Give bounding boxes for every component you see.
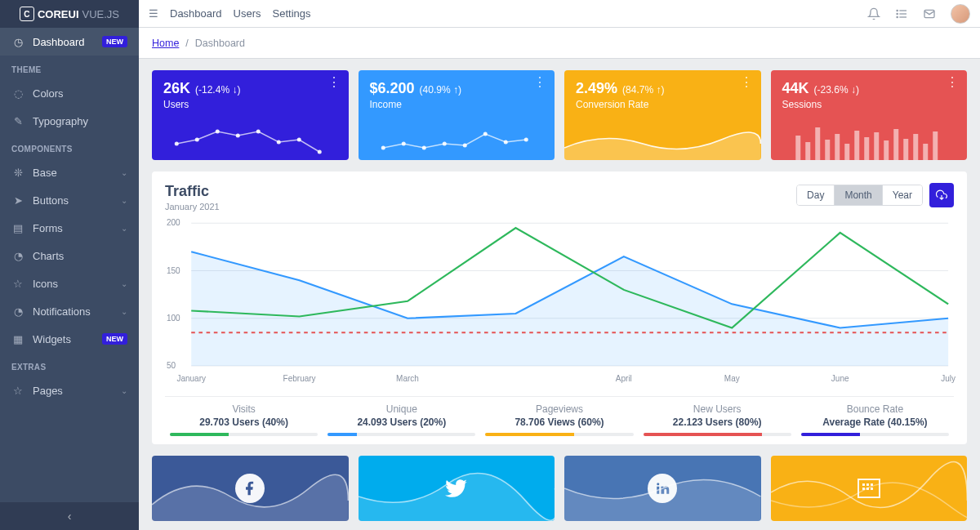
svg-rect-23 [795, 136, 800, 160]
social-card-twitter[interactable] [359, 456, 555, 521]
svg-rect-26 [825, 140, 830, 160]
card-value: $6.200 [370, 80, 415, 97]
card-sessions: ⋮ 44K(-23.6% ↓) Sessions [771, 70, 968, 160]
header-link-settings[interactable]: Settings [273, 7, 311, 20]
svg-point-19 [462, 144, 466, 148]
panel-subtitle: January 2021 [165, 202, 220, 212]
card-delta: (-12.4% ↓) [195, 84, 240, 96]
wave-bg [564, 456, 761, 521]
social-card-facebook[interactable] [152, 456, 349, 521]
svg-rect-24 [805, 142, 810, 160]
stat-cards: ⋮ 26K(-12.4% ↓) Users ⋮ $6.200(40.9% ↑) … [152, 70, 967, 160]
sidebar-item-dashboard[interactable]: ◷Dashboard NEW [0, 28, 139, 56]
sparkline [359, 119, 555, 160]
svg-point-17 [421, 146, 425, 150]
chart-icon: ◔ [11, 249, 24, 262]
svg-point-8 [195, 138, 199, 142]
card-menu-icon[interactable]: ⋮ [946, 78, 959, 87]
header-link-users[interactable]: Users [234, 7, 261, 20]
fstat-title: Visits [170, 403, 318, 415]
chevron-down-icon: ⌄ [121, 168, 127, 177]
fstat-title: Bounce Rate [801, 403, 949, 415]
sidebar-item-widgets[interactable]: ▦WidgetsNEW [0, 325, 139, 353]
sidebar-item-label: Notifications [33, 305, 91, 318]
card-menu-icon[interactable]: ⋮ [740, 78, 753, 87]
svg-rect-25 [815, 127, 820, 160]
sidebar-nav: ◷Dashboard NEW THEME ◌Colors ✎Typography… [0, 28, 139, 502]
sidebar-item-label: Base [33, 167, 57, 179]
sidebar-item-label: Buttons [33, 194, 69, 207]
progress-bar [644, 433, 762, 436]
fstat-value: 22.123 Users (80%) [644, 416, 791, 428]
list-icon[interactable] [895, 7, 908, 20]
panel-head: Traffic January 2021 Day Month Year [165, 183, 954, 212]
nav-title-extras: EXTRAS [0, 353, 139, 376]
svg-point-5 [897, 16, 898, 17]
header: ☰ Dashboard Users Settings [139, 0, 980, 28]
header-links: Dashboard Users Settings [170, 7, 311, 20]
download-button[interactable] [929, 183, 954, 207]
progress-bar [170, 433, 229, 436]
social-card-events[interactable] [771, 456, 968, 521]
note-icon: ▤ [11, 221, 24, 234]
chevron-down-icon: ⌄ [121, 196, 127, 205]
header-link-dashboard[interactable]: Dashboard [170, 7, 222, 20]
sidebar-item-notifications[interactable]: ◔Notifications⌄ [0, 297, 139, 325]
sidebar-item-forms[interactable]: ▤Forms⌄ [0, 214, 139, 242]
svg-point-11 [256, 130, 261, 134]
breadcrumb: Home / Dashboard [139, 28, 980, 59]
fstat-newusers: New Users22.123 Users (80%) [639, 403, 796, 436]
brand-name: COREUI [38, 8, 79, 20]
bell-icon[interactable] [867, 7, 880, 20]
sidebar-item-buttons[interactable]: ➤Buttons⌄ [0, 186, 139, 214]
sidebar-item-label: Charts [33, 250, 64, 262]
sparkline [564, 119, 761, 160]
sidebar-item-pages[interactable]: ☆Pages⌄ [0, 376, 139, 404]
svg-rect-37 [933, 131, 938, 160]
svg-point-3 [897, 10, 898, 11]
card-value: 26K [163, 80, 190, 97]
range-day[interactable]: Day [797, 185, 835, 205]
svg-point-16 [401, 142, 405, 146]
card-value: 44K [782, 80, 809, 97]
card-delta: (40.9% ↑) [420, 84, 461, 96]
card-delta: (-23.6% ↓) [814, 84, 859, 96]
svg-point-12 [277, 140, 281, 145]
sidebar-item-colors[interactable]: ◌Colors [0, 79, 139, 107]
svg-point-4 [897, 13, 898, 14]
brand[interactable]: C COREUI VUE.JS [0, 0, 139, 28]
avatar[interactable] [951, 4, 970, 24]
footer-stats: Visits29.703 Users (40%) Unique24.093 Us… [165, 396, 954, 436]
menu-toggle[interactable]: ☰ [149, 7, 158, 20]
sidebar-item-base[interactable]: ❊Base⌄ [0, 158, 139, 186]
card-menu-icon[interactable]: ⋮ [327, 78, 341, 87]
fstat-title: Pageviews [485, 403, 633, 415]
progress-bar [801, 433, 860, 436]
card-menu-icon[interactable]: ⋮ [533, 78, 546, 87]
sidebar-item-charts[interactable]: ◔Charts [0, 242, 139, 269]
sidebar-item-label: Icons [33, 278, 58, 290]
sidebar-minimize[interactable]: ‹ [0, 502, 139, 530]
range-month[interactable]: Month [835, 185, 882, 205]
progress-bar [327, 433, 357, 436]
svg-rect-27 [835, 134, 840, 160]
fstat-value: 78.706 Views (60%) [485, 416, 633, 428]
svg-point-22 [523, 138, 528, 142]
header-right [867, 4, 970, 24]
svg-rect-29 [854, 131, 859, 160]
social-card-linkedin[interactable] [564, 456, 761, 521]
sparkline [152, 119, 349, 160]
range-year[interactable]: Year [883, 185, 922, 205]
sidebar-item-typography[interactable]: ✎Typography [0, 107, 139, 135]
sidebar-item-label: Widgets [33, 333, 71, 345]
fstat-value: Average Rate (40.15%) [801, 416, 949, 428]
chevron-down-icon: ⌄ [121, 307, 127, 316]
svg-rect-30 [864, 137, 869, 160]
sidebar: C COREUI VUE.JS ◷Dashboard NEW THEME ◌Co… [0, 0, 139, 530]
mail-icon[interactable] [923, 7, 936, 20]
chevron-down-icon: ⌄ [121, 279, 127, 288]
sidebar-item-label: Forms [33, 222, 63, 234]
sidebar-item-icons[interactable]: ☆Icons⌄ [0, 269, 139, 297]
breadcrumb-home[interactable]: Home [152, 38, 179, 49]
svg-point-9 [216, 130, 220, 134]
